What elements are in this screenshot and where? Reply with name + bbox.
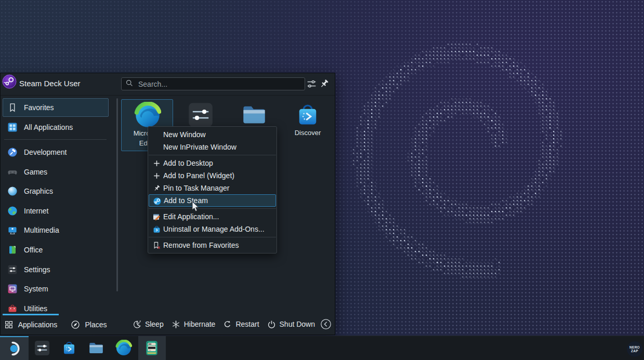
menu-item-label: Add to Desktop bbox=[163, 159, 213, 167]
taskbar-button-application-launcher[interactable] bbox=[0, 336, 29, 360]
plus-icon bbox=[153, 172, 161, 180]
sidebar-item-label: All Applications bbox=[24, 123, 73, 131]
sidebar-item-graphics[interactable]: Graphics bbox=[3, 182, 109, 200]
games-icon bbox=[7, 167, 18, 177]
tab-label: Places bbox=[85, 321, 107, 329]
search-input[interactable] bbox=[137, 79, 301, 89]
menu-item-new-inprivate-window[interactable]: New InPrivate Window bbox=[148, 141, 277, 153]
watermark-line1: NERO bbox=[629, 345, 640, 350]
menu-item-add-to-steam[interactable]: Add to Steam bbox=[149, 194, 276, 207]
sidebar-item-label: Development bbox=[24, 148, 67, 156]
sidebar-item-system[interactable]: System bbox=[3, 280, 109, 298]
taskbar-button-system-settings[interactable] bbox=[29, 336, 56, 360]
menu-item-pin-to-task-manager[interactable]: Pin to Task Manager bbox=[148, 182, 277, 194]
session-button-label: Restart bbox=[235, 320, 259, 328]
watermark-badge: NERO ZAP bbox=[627, 341, 642, 357]
hibernate-button[interactable]: Hibernate bbox=[172, 320, 216, 329]
grid-icon bbox=[4, 320, 14, 329]
sidebar-item-all-applications[interactable]: All Applications bbox=[3, 118, 109, 137]
taskbar-button-discover[interactable] bbox=[56, 336, 83, 360]
sleep-button[interactable]: Sleep bbox=[133, 320, 164, 329]
search-icon bbox=[125, 79, 134, 89]
sidebar-item-label: Settings bbox=[24, 265, 50, 274]
menu-item-label: Add to Panel (Widget) bbox=[163, 171, 234, 180]
internet-icon bbox=[7, 206, 18, 216]
sidebar-separator bbox=[4, 139, 107, 140]
sidebar-item-label: System bbox=[24, 285, 48, 293]
menu-item-new-window[interactable]: New Window bbox=[148, 128, 277, 141]
taskbar-button-microsoft-edge[interactable] bbox=[110, 336, 138, 360]
taskbar-button-file-manager[interactable] bbox=[83, 336, 110, 360]
plus-icon bbox=[153, 159, 161, 167]
session-button-label: Shut Down bbox=[280, 320, 315, 328]
sidebar-scrollbar[interactable] bbox=[116, 98, 118, 291]
search-field[interactable] bbox=[121, 77, 305, 90]
sidebar-item-label: Graphics bbox=[24, 187, 53, 195]
menu-item-uninstall-or-manage[interactable]: Uninstall or Manage Add-Ons... bbox=[148, 223, 277, 235]
sidebar-item-multimedia[interactable]: Multimedia bbox=[3, 221, 109, 239]
sidebar-item-settings[interactable]: Settings bbox=[3, 261, 109, 278]
taskbar-button-active-task[interactable] bbox=[138, 336, 166, 360]
menu-item-edit-application[interactable]: Edit Application... bbox=[148, 210, 277, 223]
menu-item-label: Remove from Favorites bbox=[163, 241, 239, 249]
microsoft-edge-icon bbox=[134, 102, 161, 129]
settings-icon bbox=[7, 264, 18, 275]
steam-icon bbox=[153, 197, 161, 205]
utilities-icon bbox=[7, 303, 18, 314]
user-avatar[interactable] bbox=[2, 74, 17, 89]
edit-icon bbox=[153, 213, 161, 221]
restart-icon bbox=[223, 320, 232, 329]
development-icon bbox=[7, 147, 18, 157]
compass-icon bbox=[71, 320, 80, 329]
active-task-icon bbox=[143, 340, 161, 357]
application-launcher-icon bbox=[7, 340, 22, 356]
menu-separator bbox=[149, 155, 276, 155]
sidebar-item-development[interactable]: Development bbox=[3, 143, 109, 161]
sidebar-item-favorites[interactable]: Favorites bbox=[3, 98, 109, 117]
app-tile-discover[interactable]: Discover bbox=[282, 99, 334, 151]
tab-places[interactable]: Places bbox=[68, 314, 110, 335]
session-button-label: Hibernate bbox=[184, 320, 216, 328]
sidebar-item-office[interactable]: Office bbox=[3, 241, 109, 259]
menu-item-label: Add to Steam bbox=[164, 196, 208, 205]
user-name: Steam Deck User bbox=[19, 79, 81, 88]
graphics-icon bbox=[7, 186, 18, 196]
sidebar-item-label: Multimedia bbox=[24, 226, 59, 234]
session-button-label: Sleep bbox=[145, 320, 164, 328]
sidebar-item-label: Internet bbox=[24, 207, 48, 215]
launcher-footer: ApplicationsPlaces SleepHibernateRestart… bbox=[1, 314, 335, 335]
sidebar-item-label: Favorites bbox=[24, 103, 54, 112]
sidebar-item-label: Utilities bbox=[24, 304, 47, 313]
shut-down-button[interactable]: Shut Down bbox=[267, 320, 315, 329]
menu-item-label: Uninstall or Manage Add-Ons... bbox=[163, 225, 265, 233]
menu-item-add-to-desktop[interactable]: Add to Desktop bbox=[148, 157, 277, 169]
pin-icon bbox=[153, 184, 161, 192]
office-icon bbox=[7, 245, 18, 255]
sidebar-item-games[interactable]: Games bbox=[3, 163, 109, 181]
header-separator bbox=[1, 95, 335, 96]
menu-item-remove-from-favorites[interactable]: Remove from Favorites bbox=[148, 239, 277, 251]
multimedia-icon bbox=[7, 225, 18, 235]
microsoft-edge-icon bbox=[115, 340, 133, 357]
sleep-icon bbox=[133, 320, 141, 329]
sidebar-item-internet[interactable]: Internet bbox=[3, 202, 109, 220]
file-manager-icon bbox=[88, 340, 105, 357]
restart-button[interactable]: Restart bbox=[223, 320, 259, 329]
hibernate-icon bbox=[172, 320, 180, 329]
menu-item-label: New Window bbox=[163, 130, 206, 139]
menu-item-label: New InPrivate Window bbox=[163, 143, 236, 151]
pin-window-icon[interactable] bbox=[319, 78, 330, 89]
system-icon bbox=[7, 284, 18, 294]
menu-item-add-to-panel[interactable]: Add to Panel (Widget) bbox=[148, 169, 277, 182]
menu-item-label: Edit Application... bbox=[163, 212, 219, 221]
tab-label: Applications bbox=[18, 321, 58, 329]
configure-icon[interactable] bbox=[306, 78, 317, 89]
system-settings-icon bbox=[34, 340, 51, 357]
discover-icon bbox=[61, 340, 78, 357]
sidebar-item-label: Office bbox=[24, 246, 43, 254]
tab-applications[interactable]: Applications bbox=[3, 314, 59, 335]
removefav-icon bbox=[153, 242, 161, 249]
shutdown-icon bbox=[267, 320, 276, 329]
mouse-cursor bbox=[192, 201, 201, 212]
collapse-session-button[interactable] bbox=[320, 318, 332, 330]
